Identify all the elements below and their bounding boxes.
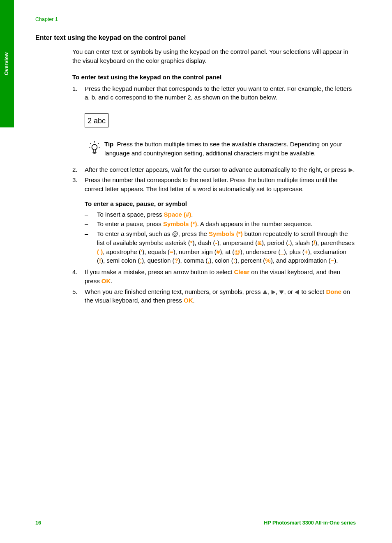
step-3: 3. Press the number that corresponds to … [72, 176, 356, 266]
text: , apostrophe ( [103, 248, 141, 255]
text: ), at ( [220, 248, 234, 255]
side-tab: Overview [0, 0, 14, 127]
step-2-text-b: . [353, 166, 355, 173]
text: ), semi colon ( [101, 257, 140, 264]
arrow-down-icon [279, 290, 284, 295]
text: ), slash ( [290, 239, 314, 246]
step-2: 2. After the correct letter appears, wai… [72, 165, 356, 174]
intro-paragraph: You can enter text or symbols by using t… [72, 47, 356, 65]
text: . [191, 211, 193, 218]
text: ), period ( [262, 239, 288, 246]
procedure-heading: To enter text using the keypad on the co… [72, 73, 356, 82]
step-body: After the correct letter appears, wait f… [85, 165, 356, 174]
text: . A dash appears in the number sequence. [197, 220, 312, 227]
sym: ? [174, 257, 178, 264]
text: To enter a symbol, such as @, press the [97, 230, 209, 237]
text: ), parentheses [315, 239, 355, 246]
dash-icon: – [85, 229, 97, 265]
svg-marker-1 [349, 168, 353, 172]
bullet-body: To enter a pause, press Symbols (*). A d… [97, 220, 356, 229]
step-body: When you are finished entering text, num… [85, 287, 356, 305]
ok-label: OK [101, 277, 111, 284]
dash-icon: – [85, 210, 97, 219]
step-number: 3. [72, 176, 85, 266]
text: ), underscore ( [240, 248, 281, 255]
section-heading: Enter text using the keypad on the contr… [35, 33, 356, 42]
step-number: 1. [72, 84, 85, 164]
text: ), question ( [142, 257, 174, 264]
text: ), ampersand ( [217, 239, 258, 246]
bullet-2: – To enter a pause, press Symbols (*). A… [85, 220, 356, 229]
sym: ( ) [97, 248, 103, 255]
tip-lightbulb-icon [85, 140, 104, 158]
bullet-body: To insert a space, press Space (#). [97, 210, 356, 219]
bullet-body: To enter a symbol, such as @, press the … [97, 229, 356, 265]
svg-marker-5 [295, 290, 299, 294]
arrow-left-icon [295, 290, 300, 295]
step-3-text: Press the number that corresponds to the… [85, 176, 356, 194]
sym: @ [234, 248, 240, 255]
text: . [111, 277, 112, 284]
keypad-button-graphic: 2 abc [85, 113, 108, 127]
sym: # [217, 248, 220, 255]
symbols-key-label: Symbols (*) [163, 220, 197, 227]
ok-label: OK [184, 297, 193, 304]
side-tab-label: Overview [3, 52, 10, 75]
step-body: If you make a mistake, press an arrow bu… [85, 268, 356, 286]
sym: _ [280, 248, 284, 255]
page-number: 16 [35, 519, 41, 527]
step-1-text: Press the keypad number that corresponds… [85, 84, 356, 102]
text: ), colon ( [209, 257, 233, 264]
sub-procedure-heading: To enter a space, pause, or symbol [85, 199, 356, 208]
sym: + [304, 248, 308, 255]
svg-marker-2 [263, 290, 267, 294]
bullet-1: – To insert a space, press Space (#). [85, 210, 356, 219]
step-1: 1. Press the keypad number that correspo… [72, 84, 356, 164]
text: ). [334, 257, 338, 264]
text: If you make a mistake, press an arrow bu… [85, 268, 234, 275]
text: to select [300, 288, 326, 295]
dash-icon: – [85, 220, 97, 229]
product-name: HP Photosmart 3300 All-in-One series [264, 519, 356, 527]
text: When you are finished entering text, num… [85, 288, 263, 295]
text: ), and approximation ( [271, 257, 331, 264]
tip-text: Press the button multiple times to see t… [104, 141, 342, 157]
text: , [267, 288, 271, 295]
text: ), dash ( [193, 239, 215, 246]
sym: = [170, 248, 173, 255]
text: To enter a pause, press [97, 220, 163, 227]
symbols-key-label: Symbols (*) [209, 230, 243, 237]
step-number: 2. [72, 165, 85, 174]
svg-point-0 [92, 145, 97, 150]
text: ), percent ( [235, 257, 265, 264]
page-footer: 16 HP Photosmart 3300 All-in-One series [35, 519, 356, 527]
step-5: 5. When you are finished entering text, … [72, 287, 356, 305]
text: ), number sign ( [173, 248, 217, 255]
step-2-text-a: After the correct letter appears, wait f… [85, 166, 348, 173]
text: , [276, 288, 279, 295]
text: ), comma ( [178, 257, 208, 264]
arrow-right-icon [348, 168, 353, 173]
tip-body: Tip Press the button multiple times to s… [104, 140, 356, 158]
tip-block: Tip Press the button multiple times to s… [85, 140, 356, 158]
space-key-label: Space (#) [164, 211, 191, 218]
done-label: Done [326, 288, 341, 295]
arrow-up-icon [263, 290, 267, 295]
sym: % [265, 257, 270, 264]
step-body: Press the keypad number that corresponds… [85, 84, 356, 164]
svg-marker-3 [272, 290, 275, 294]
text: . [193, 297, 194, 304]
step-number: 4. [72, 268, 85, 286]
bullet-3: – To enter a symbol, such as @, press th… [85, 229, 356, 265]
bullet-list: – To insert a space, press Space (#). – … [85, 210, 356, 266]
page-content: Chapter 1 Enter text using the keypad on… [35, 16, 356, 307]
sym: & [257, 239, 262, 246]
text: ), equals ( [142, 248, 170, 255]
arrow-right-icon [271, 290, 276, 295]
step-body: Press the number that corresponds to the… [85, 176, 356, 266]
step-list: 1. Press the keypad number that correspo… [72, 84, 356, 305]
text: , or [284, 288, 295, 295]
tip-label: Tip [104, 141, 113, 148]
step-number: 5. [72, 287, 85, 305]
step-4: 4. If you make a mistake, press an arrow… [72, 268, 356, 286]
